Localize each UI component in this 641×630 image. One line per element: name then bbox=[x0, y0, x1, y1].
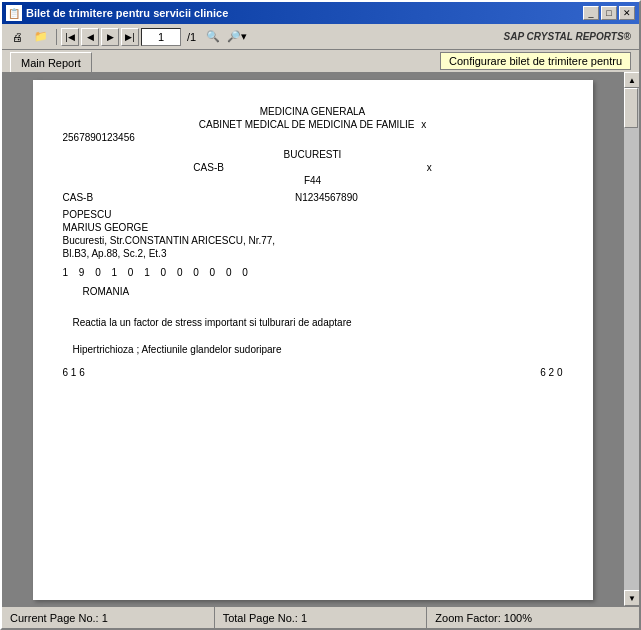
address-text1: Bucuresti, Str.CONSTANTIN ARICESCU, Nr.7… bbox=[63, 235, 276, 246]
page-total-label: /1 bbox=[183, 31, 200, 43]
cas-label: CAS-B bbox=[63, 192, 94, 203]
window-title: Bilet de trimitere pentru servicii clini… bbox=[26, 7, 583, 19]
current-page-panel: Current Page No.: 1 bbox=[2, 607, 215, 628]
casb-top-line: CAS-B x bbox=[63, 162, 563, 173]
f44-line: F44 bbox=[63, 175, 563, 186]
country-line: ROMANIA bbox=[83, 286, 563, 297]
window-icon: 📋 bbox=[6, 5, 22, 21]
scroll-down-button[interactable]: ▼ bbox=[624, 590, 639, 606]
section-header: MEDICINA GENERALA CABINET MEDICAL DE MED… bbox=[63, 106, 563, 143]
diagnosis2-text: Hipertrichioza ; Afectiunile glandelor s… bbox=[73, 344, 282, 355]
address-text2: Bl.B3, Ap.88, Sc.2, Et.3 bbox=[63, 248, 167, 259]
numbers-text: 1 9 0 1 0 1 0 0 0 0 0 0 bbox=[63, 267, 252, 278]
zoom-panel: Zoom Factor: 100% bbox=[427, 607, 639, 628]
minimize-button[interactable]: _ bbox=[583, 6, 599, 20]
total-page-panel: Total Page No.: 1 bbox=[215, 607, 428, 628]
section-cas: CAS-B N1234567890 bbox=[63, 192, 563, 203]
medicina-generala-line: MEDICINA GENERALA bbox=[63, 106, 563, 117]
main-window: 📋 Bilet de trimitere pentru servicii cli… bbox=[0, 0, 641, 630]
scroll-thumb[interactable] bbox=[624, 88, 638, 128]
main-report-tab[interactable]: Main Report bbox=[10, 52, 92, 72]
cas-value: N1234567890 bbox=[295, 192, 358, 203]
export-button[interactable]: 📁 bbox=[30, 27, 52, 47]
report-page: MEDICINA GENERALA CABINET MEDICAL DE MED… bbox=[33, 80, 593, 600]
bucuresti-line: BUCURESTI bbox=[63, 149, 563, 160]
casb-top-text: CAS-B bbox=[193, 162, 224, 173]
prev-page-button[interactable]: ◀ bbox=[81, 28, 99, 46]
bottom-nums-right: 6 2 0 bbox=[540, 367, 562, 378]
patient-lastname-line: POPESCU bbox=[63, 209, 563, 220]
title-bar: 📋 Bilet de trimitere pentru servicii cli… bbox=[2, 2, 639, 24]
toolbar: 🖨 📁 |◀ ◀ ▶ ▶| /1 🔍 🔎▾ SAP CRYSTAL REPORT… bbox=[2, 24, 639, 50]
zoom-label: Zoom Factor: 100% bbox=[435, 612, 532, 624]
cabinet-x: x bbox=[421, 119, 426, 130]
vertical-scrollbar[interactable]: ▲ ▼ bbox=[623, 72, 639, 606]
bottom-nums-row: 6 1 6 6 2 0 bbox=[63, 367, 563, 378]
section-secondary-diagnosis: Hipertrichioza ; Afectiunile glandelor s… bbox=[63, 344, 563, 355]
section-diagnosis: Reactia la un factor de stress important… bbox=[63, 317, 563, 328]
bottom-nums-left: 6 1 6 bbox=[63, 367, 85, 378]
scroll-up-button[interactable]: ▲ bbox=[624, 72, 639, 88]
patient-lastname: POPESCU bbox=[63, 209, 112, 220]
country-text: ROMANIA bbox=[83, 286, 130, 297]
total-page-label: Total Page No.: 1 bbox=[223, 612, 307, 624]
report-scroll[interactable]: MEDICINA GENERALA CABINET MEDICAL DE MED… bbox=[2, 72, 623, 606]
close-button[interactable]: ✕ bbox=[619, 6, 635, 20]
diagnosis1-text: Reactia la un factor de stress important… bbox=[73, 317, 352, 328]
toolbar-separator-1 bbox=[56, 29, 57, 45]
casb-top-x: x bbox=[427, 162, 432, 173]
cas-row: CAS-B N1234567890 bbox=[63, 192, 563, 203]
bucuresti-text: BUCURESTI bbox=[284, 149, 342, 160]
current-page-label: Current Page No.: 1 bbox=[10, 612, 108, 624]
cod-text: 2567890123456 bbox=[63, 132, 135, 143]
cabinet-line: CABINET MEDICAL DE MEDICINA DE FAMILIE x bbox=[63, 119, 563, 130]
print-button[interactable]: 🖨 bbox=[6, 27, 28, 47]
last-page-button[interactable]: ▶| bbox=[121, 28, 139, 46]
main-report-tab-label: Main Report bbox=[21, 57, 81, 69]
sap-crystal-label: SAP CRYSTAL REPORTS® bbox=[504, 31, 635, 42]
address-line1: Bucuresti, Str.CONSTANTIN ARICESCU, Nr.7… bbox=[63, 235, 563, 246]
window-controls: _ □ ✕ bbox=[583, 6, 635, 20]
scroll-track[interactable] bbox=[624, 88, 639, 590]
section-country: ROMANIA bbox=[63, 286, 563, 297]
report-area: MEDICINA GENERALA CABINET MEDICAL DE MED… bbox=[2, 72, 639, 606]
page-number-input[interactable] bbox=[141, 28, 181, 46]
cabinet-text: CABINET MEDICAL DE MEDICINA DE FAMILIE bbox=[199, 119, 415, 130]
section-location: BUCURESTI CAS-B x F44 bbox=[63, 149, 563, 186]
next-page-button[interactable]: ▶ bbox=[101, 28, 119, 46]
patient-firstname: MARIUS GEORGE bbox=[63, 222, 149, 233]
zoom-button[interactable]: 🔎▾ bbox=[226, 27, 248, 47]
maximize-button[interactable]: □ bbox=[601, 6, 617, 20]
medicina-generala-text: MEDICINA GENERALA bbox=[260, 106, 366, 117]
section-numbers: 1 9 0 1 0 1 0 0 0 0 0 0 bbox=[63, 267, 563, 278]
search-button[interactable]: 🔍 bbox=[202, 27, 224, 47]
section-bottom-nums: 6 1 6 6 2 0 bbox=[63, 367, 563, 378]
tooltip-configurare: Configurare bilet de trimitere pentru bbox=[440, 52, 631, 70]
numbers-line: 1 9 0 1 0 1 0 0 0 0 0 0 bbox=[63, 267, 563, 278]
diagnosis1-line: Reactia la un factor de stress important… bbox=[73, 317, 563, 328]
tooltip-text: Configurare bilet de trimitere pentru bbox=[449, 55, 622, 67]
cod-line: 2567890123456 bbox=[63, 132, 563, 143]
patient-firstname-line: MARIUS GEORGE bbox=[63, 222, 563, 233]
f44-text: F44 bbox=[304, 175, 321, 186]
first-page-button[interactable]: |◀ bbox=[61, 28, 79, 46]
diagnosis2-line: Hipertrichioza ; Afectiunile glandelor s… bbox=[73, 344, 563, 355]
section-patient: POPESCU MARIUS GEORGE Bucuresti, Str.CON… bbox=[63, 209, 563, 259]
status-bar: Current Page No.: 1 Total Page No.: 1 Zo… bbox=[2, 606, 639, 628]
address-line2: Bl.B3, Ap.88, Sc.2, Et.3 bbox=[63, 248, 563, 259]
tab-bar: Main Report Configurare bilet de trimite… bbox=[2, 50, 639, 72]
